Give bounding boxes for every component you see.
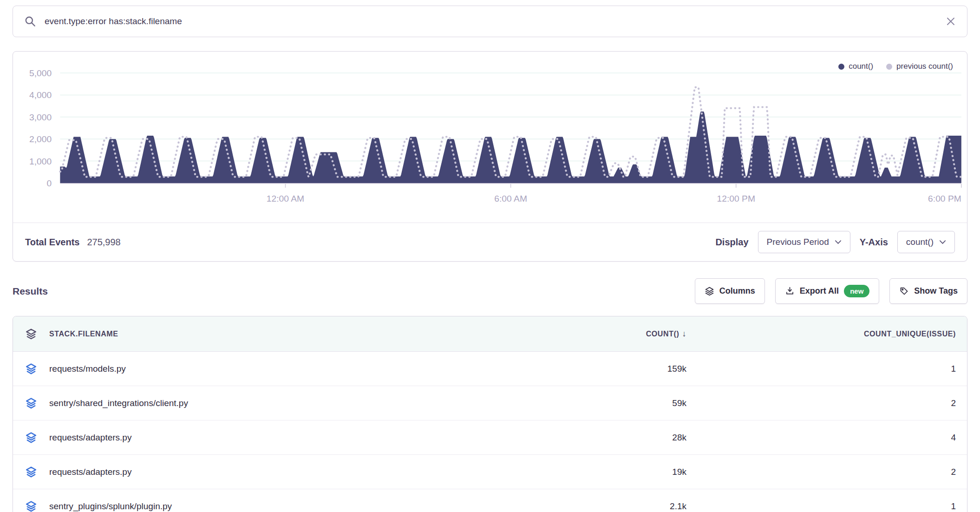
chevron-down-icon	[835, 240, 842, 244]
stack-layers-icon	[13, 500, 49, 512]
stack-layers-icon	[13, 397, 49, 409]
column-header-stack-filename[interactable]: STACK.FILENAME	[49, 330, 540, 338]
yaxis-dropdown[interactable]: count()	[897, 231, 955, 253]
legend-dot	[886, 64, 892, 70]
results-title: Results	[13, 286, 48, 297]
cell-stack-filename[interactable]: requests/adapters.py	[49, 467, 540, 477]
cell-count: 2.1k	[540, 501, 698, 512]
cell-count: 159k	[540, 364, 698, 374]
svg-text:6:00 PM: 6:00 PM	[928, 194, 961, 203]
cell-stack-filename[interactable]: requests/adapters.py	[49, 433, 540, 443]
events-chart-panel: count()previous count() 01,0002,0003,000…	[13, 51, 967, 262]
cell-count: 59k	[540, 398, 698, 408]
show-tags-label: Show Tags	[914, 286, 958, 296]
legend-item[interactable]: count()	[838, 62, 873, 71]
cell-stack-filename[interactable]: sentry/shared_integrations/client.py	[49, 398, 540, 408]
display-period-dropdown[interactable]: Previous Period	[758, 231, 850, 253]
results-table: STACK.FILENAME COUNT()↓ COUNT_UNIQUE(ISS…	[13, 316, 967, 512]
svg-text:6:00 AM: 6:00 AM	[494, 194, 527, 203]
column-header-count[interactable]: COUNT()↓	[540, 329, 698, 339]
chart-footer: Total Events 275,998 Display Previous Pe…	[13, 223, 967, 261]
chevron-down-icon	[939, 240, 946, 244]
svg-text:5,000: 5,000	[29, 68, 52, 78]
search-input[interactable]: event.type:error has:stack.filename	[45, 16, 937, 26]
svg-text:3,000: 3,000	[29, 112, 52, 122]
columns-button[interactable]: Columns	[695, 278, 765, 304]
new-badge: new	[844, 285, 869, 297]
stack-layers-icon	[13, 432, 49, 444]
table-row[interactable]: requests/models.py 159k 1	[13, 352, 967, 386]
svg-text:12:00 PM: 12:00 PM	[717, 194, 755, 203]
cell-stack-filename[interactable]: sentry_plugins/splunk/plugin.py	[49, 501, 540, 512]
cell-count-unique: 2	[698, 398, 967, 408]
cell-count-unique: 4	[698, 433, 967, 443]
discover-page: event.type:error has:stack.filename coun…	[0, 0, 980, 512]
clear-search-button[interactable]	[946, 16, 956, 26]
total-events-value: 275,998	[87, 237, 120, 248]
svg-text:0: 0	[46, 178, 52, 188]
legend-dot	[838, 64, 844, 70]
table-row[interactable]: requests/adapters.py 19k 2	[13, 455, 967, 489]
cell-count-unique: 1	[698, 501, 967, 512]
cell-stack-filename[interactable]: requests/models.py	[49, 364, 540, 374]
cell-count-unique: 1	[698, 364, 967, 374]
table-row[interactable]: requests/adapters.py 28k 4	[13, 420, 967, 455]
results-header: Results Columns Export All new	[13, 278, 967, 304]
legend-item[interactable]: previous count()	[886, 62, 953, 71]
display-period-value: Previous Period	[767, 237, 829, 247]
cell-count: 28k	[540, 433, 698, 443]
stack-layers-icon	[13, 466, 49, 478]
yaxis-label: Y-Axis	[860, 237, 888, 248]
export-all-label: Export All	[800, 286, 839, 296]
sort-desc-icon: ↓	[682, 329, 686, 338]
svg-text:12:00 AM: 12:00 AM	[267, 194, 304, 203]
table-body: requests/models.py 159k 1 sentry/shared_…	[13, 352, 967, 512]
svg-text:2,000: 2,000	[29, 134, 52, 144]
total-events-label: Total Events	[25, 237, 79, 248]
yaxis-value: count()	[906, 237, 934, 247]
show-tags-button[interactable]: Show Tags	[889, 278, 967, 304]
cell-count: 19k	[540, 467, 698, 477]
table-row[interactable]: sentry/shared_integrations/client.py 59k…	[13, 386, 967, 420]
download-icon	[785, 286, 795, 296]
search-bar[interactable]: event.type:error has:stack.filename	[13, 6, 967, 37]
tag-icon	[899, 286, 909, 296]
svg-text:1,000: 1,000	[29, 157, 52, 166]
export-all-button[interactable]: Export All new	[775, 278, 880, 304]
chart-legend[interactable]: count()previous count()	[838, 62, 953, 71]
close-icon	[946, 16, 956, 26]
column-header-count-unique-issue[interactable]: COUNT_UNIQUE(ISSUE)	[698, 330, 967, 338]
stack-layers-icon	[13, 328, 49, 340]
cell-count-unique: 2	[698, 467, 967, 477]
stack-layers-icon	[13, 363, 49, 375]
events-chart[interactable]: 01,0002,0003,0004,0005,00012:00 AM6:00 A…	[13, 52, 967, 223]
table-header-row: STACK.FILENAME COUNT()↓ COUNT_UNIQUE(ISS…	[13, 316, 967, 352]
layers-icon	[705, 286, 714, 296]
table-row[interactable]: sentry_plugins/splunk/plugin.py 2.1k 1	[13, 489, 967, 512]
display-label: Display	[715, 237, 748, 248]
columns-button-label: Columns	[719, 286, 755, 296]
svg-text:4,000: 4,000	[29, 91, 52, 100]
search-icon	[24, 15, 36, 27]
